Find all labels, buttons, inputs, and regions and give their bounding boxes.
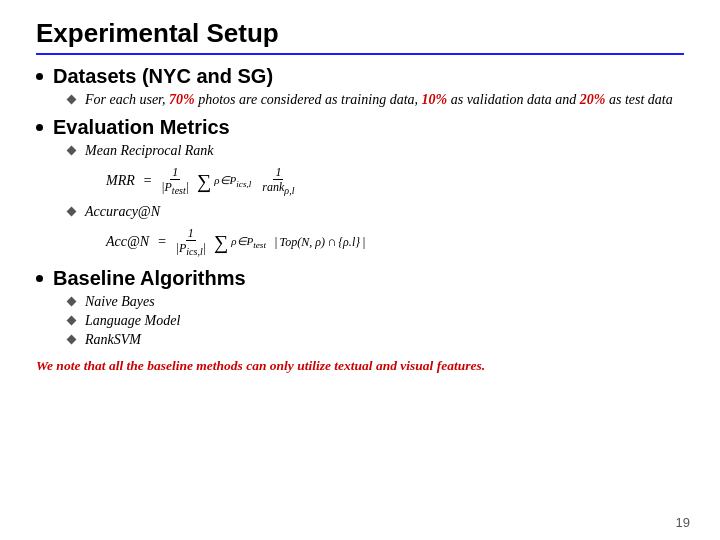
note-text: We note that all the baseline methods ca…: [36, 358, 684, 374]
section-datasets-title: Datasets (NYC and SG): [53, 65, 273, 88]
title-divider: [36, 53, 684, 55]
section-baseline-title: Baseline Algorithms: [53, 267, 246, 290]
baseline-naive-bayes: Naive Bayes: [68, 294, 684, 310]
bullet-baseline: [36, 275, 43, 282]
diamond-mrr-icon: [67, 146, 77, 156]
language-model-label: Language Model: [85, 313, 180, 329]
ranksvm-label: RankSVM: [85, 332, 141, 348]
bullet-datasets: [36, 73, 43, 80]
section-datasets: Datasets (NYC and SG): [36, 65, 684, 88]
diamond-rsvm-icon: [67, 334, 77, 344]
mrr-formula: MRR = 1 |Ptest| ∑ ρ∈Pics,l 1 rankρ,l: [106, 165, 684, 198]
section-baseline: Baseline Algorithms: [36, 267, 684, 290]
section-eval: Evaluation Metrics: [36, 116, 684, 139]
datasets-text: For each user, 70% photos are considered…: [85, 92, 673, 108]
naive-bayes-label: Naive Bayes: [85, 294, 155, 310]
baseline-ranksvm: RankSVM: [68, 332, 684, 348]
diamond-nb-icon: [67, 296, 77, 306]
diamond-icon: [67, 95, 77, 105]
eval-subitem-mrr: Mean Reciprocal Rank: [68, 143, 684, 159]
diamond-lm-icon: [67, 315, 77, 325]
page-number: 19: [676, 515, 690, 530]
baseline-language-model: Language Model: [68, 313, 684, 329]
diamond-acc-icon: [67, 206, 77, 216]
bullet-eval: [36, 124, 43, 131]
datasets-subitem: For each user, 70% photos are considered…: [68, 92, 684, 108]
acc-formula: Acc@N = 1 |Pics,l| ∑ ρ∈Ptest | Top(N, ρ)…: [106, 226, 684, 259]
mrr-label: Mean Reciprocal Rank: [85, 143, 214, 159]
section-eval-title: Evaluation Metrics: [53, 116, 230, 139]
slide-title: Experimental Setup: [36, 18, 684, 49]
eval-subitem-acc: Accuracy@N: [68, 204, 684, 220]
acc-label: Accuracy@N: [85, 204, 160, 220]
